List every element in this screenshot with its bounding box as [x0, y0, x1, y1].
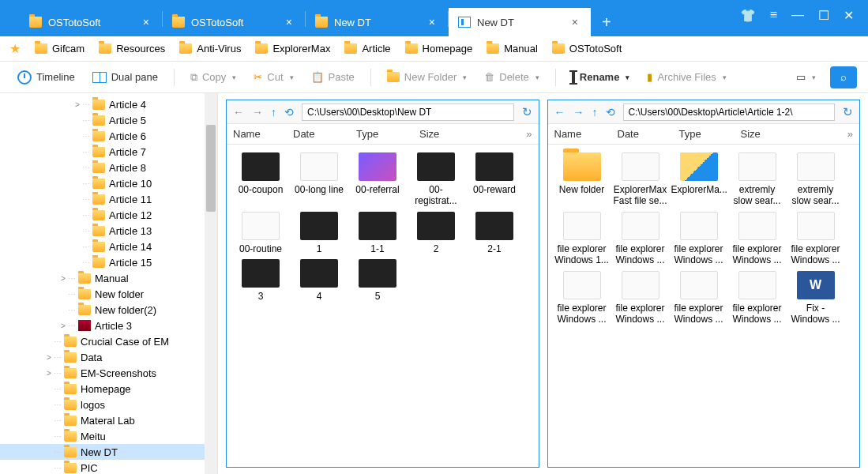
forward-button[interactable]: → — [573, 106, 584, 118]
tree-item[interactable]: ⋯Meitu — [0, 428, 205, 444]
bookmark-item[interactable]: Homepage — [405, 43, 473, 55]
cut-button[interactable]: ✂Cut▾ — [247, 68, 299, 86]
tab[interactable]: OSTotoSoft× — [20, 8, 162, 36]
tab-close-button[interactable]: × — [424, 14, 440, 30]
tree-item[interactable]: ⋯New folder — [0, 286, 205, 302]
refresh-button[interactable]: ↻ — [843, 105, 853, 119]
close-button[interactable]: ✕ — [844, 8, 854, 23]
scrollbar-thumb[interactable] — [206, 125, 216, 212]
bookmark-item[interactable]: Anti-Virus — [179, 43, 241, 55]
dualpane-button[interactable]: Dual pane — [86, 68, 164, 86]
bookmark-item[interactable]: Gifcam — [35, 43, 85, 55]
file-item[interactable]: file explorer Windows ... — [554, 271, 610, 325]
tab[interactable]: New DT× — [449, 8, 591, 36]
menu-icon[interactable]: ≡ — [770, 8, 777, 23]
more-columns[interactable]: » — [520, 128, 538, 140]
search-button[interactable]: ⌕ — [830, 66, 857, 88]
tab[interactable]: OSTotoSoft× — [163, 8, 305, 36]
back-button[interactable]: ← — [554, 106, 566, 118]
bookmark-item[interactable]: Article — [344, 43, 390, 55]
up-button[interactable]: ↑ — [271, 106, 276, 118]
paste-button[interactable]: 📋Paste — [305, 68, 361, 86]
tree-item[interactable]: ⋯Article 10 — [0, 175, 205, 191]
scrollbar-track[interactable] — [205, 93, 217, 474]
tree-item[interactable]: ⋯Article 15 — [0, 254, 205, 270]
expand-toggle[interactable]: > — [58, 274, 68, 283]
file-item[interactable]: 1-1 — [350, 212, 405, 254]
tab[interactable]: New DT× — [306, 8, 448, 36]
rename-button[interactable]: Rename▾ — [566, 68, 637, 86]
expand-toggle[interactable]: > — [58, 322, 68, 330]
tree-item[interactable]: ⋯Article 13 — [0, 223, 205, 239]
file-item[interactable]: ExplorerMax Fast file se... — [613, 152, 668, 207]
file-item[interactable]: extremly slow sear... — [730, 152, 785, 207]
shirt-icon[interactable]: 👕 — [740, 8, 756, 23]
star-icon[interactable]: ★ — [9, 41, 21, 56]
refresh-button[interactable]: ↻ — [522, 105, 532, 119]
forward-button[interactable]: → — [252, 106, 263, 118]
file-item[interactable]: 00-coupon — [233, 152, 288, 207]
tree-item[interactable]: ⋯Homepage — [0, 381, 205, 397]
tree-item[interactable]: ⋯Article 8 — [0, 160, 205, 175]
file-item[interactable]: 5 — [350, 259, 405, 302]
file-item[interactable]: 00-long line — [291, 152, 347, 207]
file-item[interactable]: file explorer Windows ... — [730, 212, 785, 266]
more-columns[interactable]: » — [841, 128, 859, 140]
file-item[interactable]: file explorer Windows ... — [613, 271, 668, 325]
tab-close-button[interactable]: × — [138, 14, 154, 30]
expand-toggle[interactable]: > — [73, 100, 82, 109]
maximize-button[interactable]: ☐ — [818, 8, 829, 23]
file-grid-right[interactable]: New folderExplorerMax Fast file se...Exp… — [548, 145, 860, 467]
file-item[interactable]: ExplorerMa... — [671, 152, 727, 207]
tab-close-button[interactable]: × — [281, 14, 297, 30]
tab-close-button[interactable]: × — [567, 14, 583, 30]
bookmark-item[interactable]: Manual — [487, 43, 538, 55]
minimize-button[interactable]: — — [791, 8, 804, 23]
tree-item[interactable]: >⋯Article 4 — [0, 96, 205, 112]
tree-item[interactable]: >⋯Article 3 — [0, 318, 205, 333]
copy-button[interactable]: ⧉Copy▾ — [184, 68, 242, 87]
tree-item[interactable]: ⋯logos — [0, 397, 205, 412]
path-input-right[interactable] — [623, 103, 836, 121]
timeline-button[interactable]: Timeline — [11, 67, 81, 88]
tree-item[interactable]: ⋯PIC — [0, 460, 205, 474]
path-input-left[interactable] — [302, 103, 514, 121]
back-button[interactable]: ← — [233, 106, 244, 118]
tree-item[interactable]: ⋯Article 12 — [0, 207, 205, 223]
file-item[interactable]: extremly slow sear... — [788, 152, 844, 207]
file-item[interactable]: file explorer Windows ... — [671, 271, 727, 325]
bookmark-item[interactable]: OSTotoSoft — [552, 43, 622, 55]
column-headers-right[interactable]: Name Date Type Size » — [548, 124, 860, 145]
tree-item[interactable]: ⋯Article 5 — [0, 112, 205, 128]
view-mode-button[interactable]: ▭▾ — [790, 68, 822, 86]
tree-item[interactable]: ⋯Crucial Case of EM — [0, 333, 205, 349]
tree-item[interactable]: ⋯Article 6 — [0, 128, 205, 144]
sync-icon[interactable]: ⟲ — [284, 106, 294, 118]
file-item[interactable]: file explorer Windows 1... — [554, 212, 610, 266]
up-button[interactable]: ↑ — [592, 106, 598, 118]
file-item[interactable]: file explorer Windows ... — [671, 212, 727, 266]
sync-icon[interactable]: ⟲ — [606, 106, 615, 118]
folder-tree[interactable]: >⋯Article 4⋯Article 5⋯Article 6⋯Article … — [0, 93, 205, 474]
file-item[interactable]: 4 — [291, 259, 347, 302]
archive-button[interactable]: ▮Archive Files▾ — [641, 68, 732, 86]
delete-button[interactable]: 🗑Delete▾ — [478, 68, 546, 86]
column-headers-left[interactable]: Name Date Type Size » — [227, 124, 539, 145]
file-item[interactable]: 2-1 — [467, 212, 522, 254]
expand-toggle[interactable]: > — [44, 369, 54, 378]
tree-item[interactable]: >⋯Manual — [0, 270, 205, 286]
bookmark-item[interactable]: Resources — [99, 43, 165, 55]
file-item[interactable]: WFix - Windows ... — [788, 271, 844, 325]
file-item[interactable]: 1 — [291, 212, 347, 254]
bookmark-item[interactable]: ExplorerMax — [255, 43, 330, 55]
tree-item[interactable]: >⋯Data — [0, 349, 205, 365]
file-item[interactable]: file explorer Windows ... — [788, 212, 844, 266]
tree-item[interactable]: ⋯Article 7 — [0, 144, 205, 160]
tree-item[interactable]: ⋯New DT — [0, 444, 205, 460]
tree-item[interactable]: ⋯Article 11 — [0, 191, 205, 207]
tree-item[interactable]: ⋯Article 14 — [0, 239, 205, 254]
file-item[interactable]: 3 — [233, 259, 288, 302]
file-item[interactable]: 2 — [408, 212, 464, 254]
tree-item[interactable]: >⋯EM-Screenshots — [0, 365, 205, 381]
tree-item[interactable]: ⋯Materal Lab — [0, 412, 205, 428]
